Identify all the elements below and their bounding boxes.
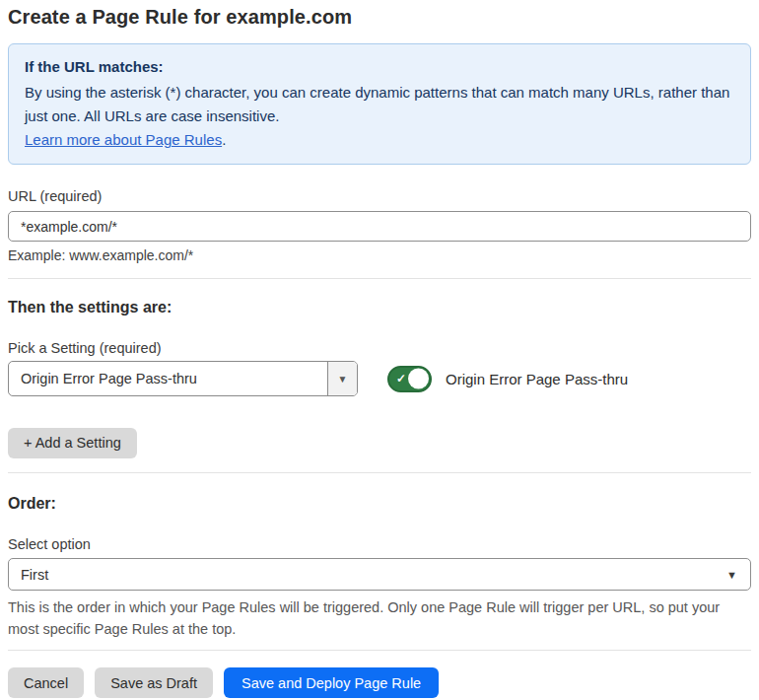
divider: [8, 650, 751, 651]
check-icon: ✓: [396, 372, 406, 385]
page-title: Create a Page Rule for example.com: [8, 6, 751, 29]
save-and-deploy-button[interactable]: Save and Deploy Page Rule: [224, 667, 439, 698]
settings-section-heading: Then the settings are:: [8, 299, 751, 316]
info-box-link-line: Learn more about Page Rules.: [25, 128, 734, 152]
toggle-knob: [408, 369, 429, 389]
chevron-down-icon: ▼: [726, 569, 737, 581]
url-match-info-box: If the URL matches: By using the asteris…: [8, 43, 751, 165]
setting-toggle-label: Origin Error Page Pass-thru: [446, 371, 628, 387]
setting-dropdown-value: Origin Error Page Pass-thru: [9, 362, 327, 395]
order-section-heading: Order:: [8, 495, 751, 513]
info-box-body: By using the asterisk (*) character, you…: [25, 81, 734, 128]
pick-setting-label: Pick a Setting (required): [8, 340, 751, 356]
url-example-text: Example: www.example.com/*: [8, 247, 751, 263]
learn-more-link[interactable]: Learn more about Page Rules: [25, 131, 222, 148]
setting-toggle[interactable]: ✓: [387, 366, 432, 392]
link-period: .: [222, 131, 226, 148]
add-setting-button[interactable]: + Add a Setting: [8, 428, 137, 458]
url-input[interactable]: [8, 211, 751, 242]
setting-toggle-wrap: ✓ Origin Error Page Pass-thru: [387, 366, 628, 392]
order-select[interactable]: First ▼: [8, 558, 751, 591]
cancel-button[interactable]: Cancel: [8, 667, 84, 698]
info-box-heading: If the URL matches:: [25, 55, 734, 79]
order-select-value: First: [21, 567, 48, 583]
chevron-down-icon[interactable]: ▼: [327, 362, 357, 395]
setting-dropdown[interactable]: Origin Error Page Pass-thru ▼: [8, 361, 358, 396]
order-help-text: This is the order in which your Page Rul…: [8, 596, 737, 640]
order-select-label: Select option: [8, 536, 751, 552]
setting-row: Origin Error Page Pass-thru ▼ ✓ Origin E…: [8, 361, 751, 396]
url-field-label: URL (required): [8, 188, 751, 204]
save-as-draft-button[interactable]: Save as Draft: [95, 667, 213, 698]
footer-actions: Cancel Save as Draft Save and Deploy Pag…: [8, 667, 751, 698]
divider: [8, 278, 751, 279]
divider: [8, 472, 751, 473]
